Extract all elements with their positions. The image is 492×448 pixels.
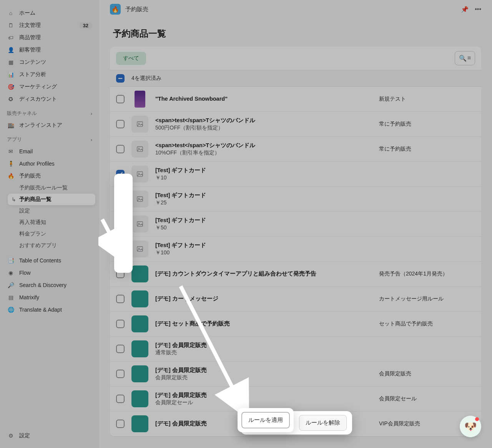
- nav-label: 顧客管理: [19, 46, 92, 53]
- product-row[interactable]: <span>test</span>Tシャツのバンドル10%OFF（割引率を指定）…: [110, 137, 481, 162]
- settings-nav[interactable]: ⚙ 設定: [0, 430, 99, 442]
- apply-rule-button-highlighted[interactable]: ルールを適用: [241, 412, 290, 428]
- product-subtitle: 会員限定セール: [155, 399, 372, 406]
- subnav-item[interactable]: 設定: [0, 205, 99, 217]
- product-subtitle: 通常販売: [155, 349, 372, 356]
- nav-item[interactable]: 🌐Translate & Adapt: [0, 304, 99, 316]
- more-icon[interactable]: •••: [475, 6, 481, 13]
- row-checkbox[interactable]: [116, 320, 125, 328]
- nav-label: 商品管理: [19, 34, 92, 41]
- product-row[interactable]: [デモ] セット商品で予約販売セット商品で予約販売: [110, 312, 481, 337]
- product-row[interactable]: [デモ] 会員限定販売会員限定セール会員限定セール: [110, 387, 481, 411]
- subnav-item[interactable]: 予約販売ルール一覧: [0, 182, 99, 194]
- product-subtitle: 10%OFF（割引率を指定）: [155, 149, 372, 156]
- tab-all[interactable]: すべて: [116, 52, 146, 65]
- nav-item[interactable]: 🏬オンラインストア: [0, 119, 99, 131]
- product-row[interactable]: "The Archived Snowboard"新規テスト: [110, 87, 481, 112]
- product-title: [Test] ギフトカード: [155, 242, 372, 249]
- product-row[interactable]: [Test] ギフトカード￥50: [110, 212, 481, 237]
- nav-label: コンテンツ: [19, 59, 92, 66]
- product-title: "The Archived Snowboard": [155, 95, 372, 103]
- app-icon: 🔥: [110, 4, 121, 15]
- search-filter-button[interactable]: 🔍 ≡: [455, 51, 475, 65]
- rule-column: 会員限定セール: [379, 395, 475, 402]
- product-subtitle: ￥10: [155, 174, 372, 181]
- row-checkbox[interactable]: [116, 370, 125, 378]
- product-title: [デモ] 会員限定販売: [155, 392, 372, 399]
- chat-icon: 🐶: [464, 421, 477, 433]
- product-subtitle: 500円OFF（割引額を指定）: [155, 124, 372, 131]
- nav-item[interactable]: 📑Table of Contents: [0, 254, 99, 267]
- remove-rule-button[interactable]: ルールを解除: [299, 415, 347, 431]
- nav-item[interactable]: 📊ストア分析: [0, 68, 99, 81]
- nav-item[interactable]: ✪ディスカウント: [0, 93, 99, 105]
- chat-bubble[interactable]: 🐶: [460, 416, 481, 437]
- product-row[interactable]: [デモ] 会員限定販売会員限定販売会員限定販売: [110, 362, 481, 387]
- svg-rect-0: [118, 78, 123, 79]
- nav-label: ホーム: [19, 10, 92, 17]
- nav-item[interactable]: 🧍Author Profiles: [0, 158, 99, 170]
- subnav-item[interactable]: 予約商品一覧: [8, 194, 95, 205]
- nav-label: Search & Discovery: [19, 282, 92, 288]
- product-thumbnail: [131, 166, 148, 183]
- nav-item[interactable]: 🏷商品管理: [0, 32, 99, 44]
- row-checkbox[interactable]: [116, 145, 125, 153]
- product-thumbnail: [131, 191, 148, 207]
- product-title: <span>test</span>Tシャツのバンドル: [155, 142, 372, 149]
- product-row[interactable]: [デモ] 会員限定販売通常販売: [110, 337, 481, 362]
- selection-bar: 4を選択済み: [110, 70, 481, 87]
- nav-item[interactable]: ⌂ホーム: [0, 7, 99, 19]
- select-all-checkbox[interactable]: [116, 74, 125, 83]
- mail-icon: ✉: [7, 148, 15, 155]
- nav-label: ストア分析: [19, 71, 92, 78]
- product-thumbnail: [135, 91, 145, 108]
- nav-item[interactable]: ▤Matrixify: [0, 291, 99, 304]
- translate-icon: 🌐: [7, 306, 15, 314]
- nav-item[interactable]: 🗒注文管理32: [0, 19, 99, 32]
- product-row[interactable]: [Test] ギフトカード￥10: [110, 162, 481, 187]
- nav-item[interactable]: 🎯マーケティング: [0, 81, 99, 93]
- product-thumbnail: [131, 390, 148, 407]
- row-checkbox[interactable]: [116, 420, 125, 428]
- subnav-item[interactable]: 再入荷通知: [0, 217, 99, 228]
- svg-point-2: [138, 123, 140, 124]
- nav-item[interactable]: 🔥予約販売: [0, 170, 99, 182]
- product-thumbnail: [131, 415, 148, 432]
- nav-label: Author Profiles: [19, 161, 92, 167]
- nav-label: オンラインストア: [19, 122, 92, 129]
- store-icon: 🏬: [7, 121, 15, 129]
- page-title: 予約商品一覧: [99, 18, 492, 46]
- product-title: [デモ] カウントダウンタイマーアプリと組み合わせて発売予告: [155, 270, 372, 278]
- row-checkbox[interactable]: [116, 95, 125, 103]
- nav-item[interactable]: ▦コンテンツ: [0, 56, 99, 68]
- home-icon: ⌂: [7, 9, 15, 17]
- tag-icon: 🏷: [7, 34, 15, 41]
- row-checkbox[interactable]: [116, 345, 125, 353]
- product-title: [デモ] セット商品で予約販売: [155, 320, 372, 328]
- row-checkbox[interactable]: [116, 395, 125, 403]
- row-checkbox[interactable]: [116, 295, 125, 303]
- pin-icon[interactable]: 📌: [461, 6, 469, 13]
- product-title: [デモ] 会員限定販売: [155, 367, 372, 374]
- product-row[interactable]: [デモ] カウントダウンタイマーアプリと組み合わせて発売予告発売予告（2024年…: [110, 262, 481, 287]
- product-row[interactable]: [Test] ギフトカード￥100: [110, 237, 481, 262]
- card-header: すべて 🔍 ≡: [110, 46, 481, 70]
- product-title: [Test] ギフトカード: [155, 167, 372, 174]
- product-subtitle: ￥100: [155, 249, 372, 256]
- subnav-item[interactable]: おすすめアプリ: [0, 240, 99, 251]
- rule-column: 常に予約販売: [379, 146, 475, 153]
- svg-point-8: [138, 198, 140, 199]
- nav-item[interactable]: ◉Flow: [0, 267, 99, 279]
- product-thumbnail: [131, 340, 148, 357]
- subnav-item[interactable]: 料金プラン: [0, 228, 99, 240]
- product-title: [デモ] 会員限定販売: [155, 342, 372, 349]
- product-row[interactable]: [デモ] カートメッセージカートメッセージ用ルール: [110, 287, 481, 312]
- product-subtitle: ￥25: [155, 199, 372, 206]
- product-row[interactable]: [Test] ギフトカード￥25: [110, 187, 481, 212]
- nav-item[interactable]: 🔎Search & Discovery: [0, 279, 99, 291]
- row-checkbox[interactable]: [116, 120, 125, 128]
- nav-item[interactable]: 👤顧客管理: [0, 44, 99, 56]
- product-row[interactable]: <span>test</span>Tシャツのバンドル500円OFF（割引額を指定…: [110, 112, 481, 137]
- nav-item[interactable]: ✉Email: [0, 145, 99, 158]
- nav-label: Email: [19, 148, 92, 154]
